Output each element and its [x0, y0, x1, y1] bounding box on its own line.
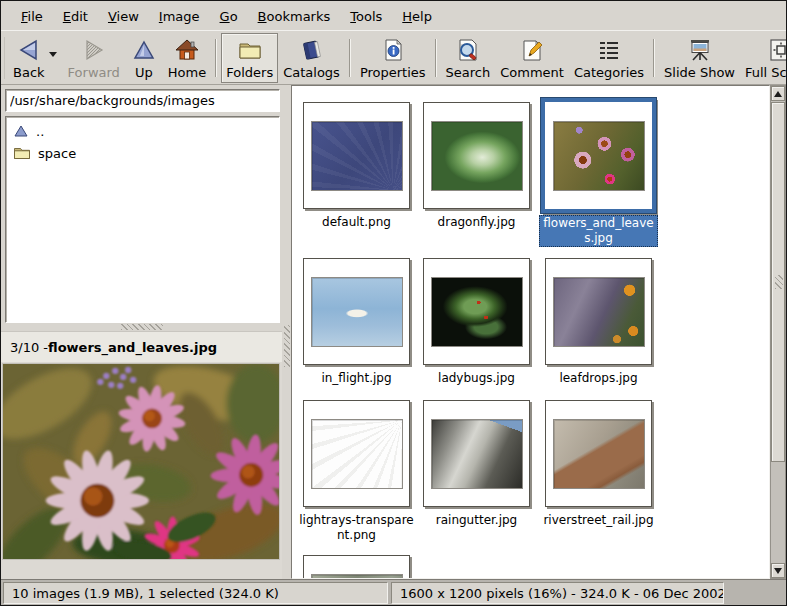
splitter-grip: [121, 324, 163, 330]
toolbar-button-label: Folders: [226, 65, 273, 80]
menu-bookmarks[interactable]: Bookmarks: [248, 4, 341, 29]
toolbar-button-label: Properties: [360, 65, 426, 80]
thumbnail-label: in_flight.jpg: [297, 371, 416, 386]
menu-edit[interactable]: Edit: [53, 4, 98, 29]
properties-button[interactable]: Properties: [355, 33, 431, 83]
search-icon: [454, 37, 482, 63]
fullscreen-icon: [767, 37, 787, 63]
scroll-down-button[interactable]: [771, 563, 785, 578]
back-button[interactable]: Back: [8, 33, 63, 83]
slideshow-icon: [686, 37, 714, 63]
home-icon: [173, 37, 201, 63]
thumbnail-image: [431, 419, 523, 489]
search-button[interactable]: Search: [441, 33, 496, 83]
thumbnail-image: [553, 277, 645, 347]
categories-button[interactable]: Categories: [569, 33, 649, 83]
thumbnail-image: [311, 419, 403, 489]
folder-icon: [13, 146, 31, 160]
toolbar-button-label: Slide Show: [664, 65, 735, 80]
status-images-summary: 10 images (1.9 MB), 1 selected (324.0 K): [3, 582, 388, 604]
thumbnail-card: [303, 258, 410, 365]
catalogs-icon: [298, 37, 326, 63]
main-area: ..space 3/10 - flowers_and_leaves.jpg de…: [1, 85, 786, 579]
thumbnail-label: default.png: [297, 215, 416, 230]
browser-scrollbar[interactable]: [770, 85, 786, 579]
toolbar-button-label: Back: [13, 65, 45, 80]
thumbnail-card: [423, 258, 530, 365]
toolbar-button-label: Catalogs: [283, 65, 340, 80]
toolbar-separator: [349, 39, 351, 77]
thumbnail-card: [545, 258, 652, 365]
comment-icon: [518, 37, 546, 63]
up-arrow-icon: [774, 91, 782, 97]
image-filename-text: flowers_and_leaves.jpg: [48, 340, 217, 355]
folder-item-space[interactable]: space: [6, 142, 279, 164]
menu-tools[interactable]: Tools: [340, 4, 392, 29]
up-dir-icon: [13, 124, 29, 138]
full-screen-button[interactable]: Full Screen: [740, 33, 787, 83]
thumbnail-image: [311, 121, 403, 191]
forward-button[interactable]: Forward: [63, 33, 125, 83]
toolbar: BackForwardUpHomeFoldersCatalogsProperti…: [1, 30, 786, 85]
folder-item-label: space: [38, 146, 76, 161]
comment-button[interactable]: Comment: [495, 33, 569, 83]
menu-view[interactable]: View: [98, 4, 149, 29]
toolbar-separator: [653, 39, 655, 77]
catalogs-button[interactable]: Catalogs: [278, 33, 345, 83]
splitter-grip: [284, 325, 290, 367]
menu-go[interactable]: Go: [210, 4, 248, 29]
properties-icon: [379, 37, 407, 63]
thumbnail-card: [303, 102, 410, 209]
thumbnail-label: riverstreet_rail.jpg: [539, 513, 658, 528]
thumbnail-label: flowers_and_leaves.jpg: [539, 215, 658, 247]
image-position-text: 3/10 -: [10, 340, 48, 355]
preview-image: [2, 363, 280, 560]
thumbnail-image: [311, 277, 403, 347]
thumbnail-card: [423, 400, 530, 507]
thumbnail-card: [545, 400, 652, 507]
thumbnail-card: [423, 102, 530, 209]
scrollbar-thumb[interactable]: [771, 102, 785, 462]
back-icon: [15, 37, 43, 63]
toolbar-button-label: Search: [446, 65, 491, 80]
menu-help[interactable]: Help: [392, 4, 442, 29]
home-button[interactable]: Home: [163, 33, 211, 83]
up-button[interactable]: Up: [125, 33, 163, 83]
thumbnail-label: raingutter.jpg: [417, 513, 536, 528]
forward-icon: [80, 37, 108, 63]
image-info-bar: 3/10 - flowers_and_leaves.jpg: [1, 331, 282, 362]
folder-item-parent[interactable]: ..: [6, 120, 279, 142]
up-icon: [130, 37, 158, 63]
thumbnail-label: dragonfly.jpg: [417, 215, 536, 230]
thumbnail-image: [431, 277, 523, 347]
toolbar-button-label: Comment: [500, 65, 564, 80]
folder-list: ..space: [5, 116, 280, 323]
toolbar-button-label: Categories: [574, 65, 644, 80]
toolbar-separator: [215, 39, 217, 77]
thumbnail-image: [431, 121, 523, 191]
horizontal-splitter[interactable]: [1, 323, 283, 331]
back-history-dropdown[interactable]: [48, 46, 58, 61]
folders-icon: [236, 37, 264, 63]
thumbnail-card: [303, 400, 410, 507]
statusbar: 10 images (1.9 MB), 1 selected (324.0 K)…: [1, 579, 786, 605]
thumbnail-image: [553, 419, 645, 489]
down-arrow-icon: [774, 568, 782, 574]
status-image-details: 1600 x 1200 pixels (16%) - 324.0 K - 06 …: [391, 582, 724, 604]
folders-button[interactable]: Folders: [221, 33, 278, 83]
toolbar-drag-handle[interactable]: [4, 37, 5, 79]
gthumb-window: FileEditViewImageGoBookmarksToolsHelp Ba…: [0, 0, 787, 606]
vertical-splitter[interactable]: [283, 85, 291, 579]
thumbnail-label: lightrays-transparent.png: [297, 513, 416, 543]
folder-item-label: ..: [36, 124, 44, 139]
location-path-input[interactable]: [5, 89, 280, 112]
thumbnail-label: leafdrops.jpg: [539, 371, 658, 386]
menu-image[interactable]: Image: [149, 4, 210, 29]
thumbnail-image: [553, 121, 645, 191]
preview-pane: [1, 362, 282, 579]
categories-icon: [595, 37, 623, 63]
slide-show-button[interactable]: Slide Show: [659, 33, 740, 83]
scroll-up-button[interactable]: [771, 86, 785, 101]
menu-file[interactable]: File: [11, 4, 53, 29]
toolbar-button-label: Full Screen: [745, 65, 787, 80]
